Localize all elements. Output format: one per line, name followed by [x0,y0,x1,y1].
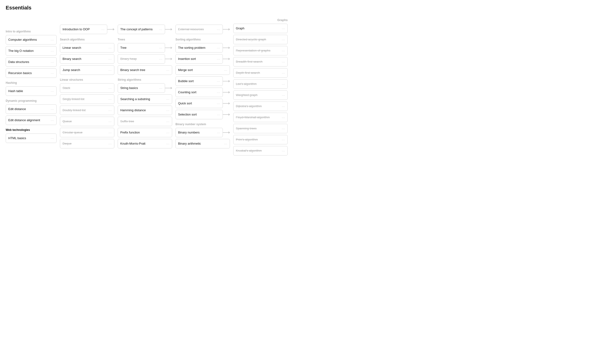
card-row-computer-algorithms[interactable]: Computer algorithms ··· [6,35,57,44]
arrow-external [223,29,230,30]
label-linear: Linear structures [60,78,114,81]
arrow-insertion-sort [223,59,230,59]
section-hashing: Hashing Hash table ··· [6,81,57,96]
card-selection-sort[interactable]: Selection sort ··· [175,110,223,119]
card-prim[interactable]: Prim's algorithm ··· [233,135,288,144]
card-insertion-sort[interactable]: Insertion sort ··· [175,54,223,64]
section-trees: Trees Tree ··· Binary heap ··· [118,38,172,75]
card-merge-sort[interactable]: Merge sort ··· [175,65,230,75]
card-sorting-problem[interactable]: The sorting problem ··· [175,43,223,52]
card-graph[interactable]: Graph ··· [233,24,288,33]
card-edit-distance[interactable]: Edit distance ··· [6,104,57,114]
arrow-tree [165,48,172,48]
arrow-binary-heap [165,59,172,59]
card-spanning-trees[interactable]: Spanning trees ··· [233,124,288,133]
card-weighted-graph[interactable]: Weighted graph ··· [233,91,288,100]
card-concept-patterns[interactable]: The concept of patterns ··· [118,25,165,34]
col4-wrapper: External resources ··· Sorting algorithm… [175,15,230,152]
card-prefix-function[interactable]: Prefix function ··· [118,128,172,137]
card-html-basics[interactable]: HTML basics ··· [6,133,57,143]
card-doubly-linked[interactable]: Doubly linked list ··· [60,105,114,115]
section-sorting: Sorting algorithms The sorting problem ·… [175,38,230,119]
card-deque[interactable]: Deque ··· [60,139,114,148]
card-data-structures[interactable]: Data structures ··· [6,57,57,67]
card-bst[interactable]: Binary search tree ··· [118,65,172,75]
card-bubble-sort[interactable]: Bubble sort ··· [175,77,223,86]
col-intro: Intro to algorithms Computer algorithms … [6,15,57,146]
col3-wrapper: The concept of patterns ··· Trees Tree ·… [118,15,172,152]
card-dag[interactable]: Directed acyclic graph ··· [233,35,288,44]
card-binary-numbers[interactable]: Binary numbers ··· [175,128,223,137]
label-dynamic: Dynamic programming [6,99,57,103]
card-quick-sort[interactable]: Quick sort ··· [175,99,223,108]
arrow-bubble-sort [223,81,230,81]
card-bfs[interactable]: Breadth first search ··· [233,57,288,66]
arrow-counting-sort [223,92,230,92]
label-trees: Trees [118,38,172,41]
card-queue[interactable]: Queue ··· [60,117,114,126]
label-web: Web technologies [6,128,57,131]
arrow-binary-numbers [223,132,230,133]
arrow-sorting-problem [223,48,230,48]
section-web: Web technologies HTML basics ··· [6,128,57,143]
section-strings: String algorithms String basics ··· Sear… [118,78,172,148]
card-string-basics[interactable]: String basics ··· [118,83,165,93]
arrow-selection-sort [223,114,230,115]
card-recursion-basics[interactable]: Recursion basics ··· [6,68,57,78]
arrow-quick-sort [223,103,230,104]
card-circular-queue[interactable]: Circular queue ··· [60,128,114,137]
section-intro: Intro to algorithms Computer algorithms … [6,30,57,78]
card-linear-search[interactable]: Linear search ··· [60,43,114,52]
label-sorting: Sorting algorithms [175,38,230,41]
card-kruskal[interactable]: Kruskal's algorithm ··· [233,146,288,156]
card-suffix-tree[interactable]: Suffix tree ··· [118,117,172,126]
card-dijkstra[interactable]: Dijkstra's algorithm ··· [233,102,288,111]
card-intro-oop[interactable]: Introduction to OOP ··· [60,25,107,34]
card-tree[interactable]: Tree ··· [118,43,165,52]
card-hash-table[interactable]: Hash table ··· [6,86,57,96]
board: Intro to algorithms Computer algorithms … [6,15,603,162]
col2-wrapper: Introduction to OOP ··· Search algorithm… [60,15,114,152]
card-repr-graphs[interactable]: Representation of graphs ··· [233,46,288,55]
label-hashing: Hashing [6,81,57,84]
label-strings: String algorithms [118,78,172,81]
section-linear: Linear structures Stack ··· Singly linke… [60,78,114,148]
card-singly-linked[interactable]: Singly linked list ··· [60,94,114,104]
section-binary: Binary number system Binary numbers ··· … [175,123,230,148]
card-edit-distance-alignment[interactable]: Edit distance alignment ··· [6,116,57,125]
card-binary-heap[interactable]: Binary heap ··· [118,54,165,64]
card-counting-sort[interactable]: Counting sort ··· [175,88,223,97]
label-binary: Binary number system [175,123,230,126]
card-external-resources[interactable]: External resources ··· [175,25,223,34]
label-graphs: Graphs [233,18,288,22]
card-searching-substring[interactable]: Searching a substring ··· [118,94,172,104]
arrow-string-basics [165,88,172,88]
card-dfs[interactable]: Depth first search ··· [233,68,288,78]
card-stack[interactable]: Stack ··· [60,83,114,93]
section-search: Search algorithms Linear search ··· Bina… [60,38,114,75]
card-lee[interactable]: Lee's algorithm ··· [233,79,288,89]
col5-wrapper: Graphs Graph ··· Directed acyclic graph … [233,15,288,157]
label-search: Search algorithms [60,38,114,41]
card-floyd[interactable]: Floyd-Warshall algorithm ··· [233,113,288,122]
card-row-big-o[interactable]: The big O notation ··· [6,46,57,56]
section-dynamic: Dynamic programming Edit distance ··· Ed… [6,99,57,125]
page-title: Essentials [6,5,603,11]
arrow-patterns [165,29,172,30]
card-binary-arithmetic[interactable]: Binary arithmetic ··· [175,139,230,148]
card-binary-search[interactable]: Binary search ··· [60,54,114,64]
arrow-oop [107,29,114,30]
card-jump-search[interactable]: Jump search ··· [60,65,114,75]
label-intro: Intro to algorithms [6,30,57,33]
card-kmp[interactable]: Knuth-Morris-Pratt ··· [118,139,172,148]
card-hamming[interactable]: Hamming distance ··· [118,105,172,115]
